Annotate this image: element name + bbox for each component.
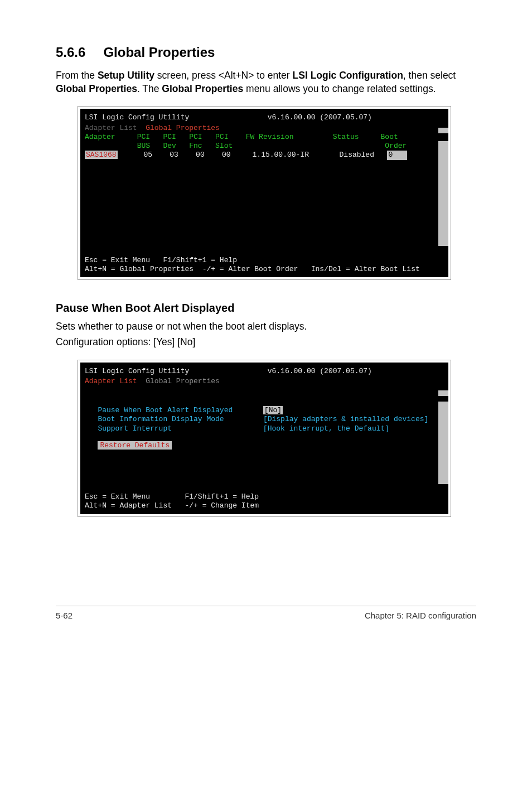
- section-heading: 5.6.6Global Properties: [56, 45, 476, 60]
- term1-footer-line1: Esc = Exit Menu F1/Shift+1 = Help: [85, 256, 444, 265]
- prop-pause: Pause When Boot Alert Displayed [No]: [85, 406, 444, 415]
- prop-boot-info: Boot Information Display Mode [Display a…: [85, 415, 444, 424]
- page-number: 5-62: [56, 611, 72, 620]
- boot-order-field: 0: [387, 151, 407, 160]
- term1-data-row: SAS1068 05 03 00 00 1.15.00.00-IR Disabl…: [85, 151, 444, 160]
- intro-paragraph: From the Setup Utility screen, press <Al…: [56, 69, 476, 95]
- term1-header-row2: BUS Dev Fnc Slot Order: [85, 142, 444, 151]
- global-properties-screenshot: LSI Logic Config Utility v6.16.00.00 (20…: [78, 360, 451, 516]
- adapter-list-screenshot: LSI Logic Config Utility v6.16.00.00 (20…: [78, 107, 451, 279]
- term2-breadcrumb: Adapter List Global Properties: [85, 377, 444, 386]
- pause-value-selected: [No]: [263, 406, 283, 414]
- section-title: Global Properties: [103, 45, 215, 60]
- term1-title: LSI Logic Config Utility v6.16.00.00 (20…: [85, 112, 444, 123]
- subsection-heading: Pause When Boot Alert Displayed: [56, 302, 476, 315]
- restore-defaults: Restore Defaults: [85, 441, 444, 450]
- term2-footer-line1: Esc = Exit Menu F1/Shift+1 = Help: [85, 492, 444, 501]
- term2-title: LSI Logic Config Utility v6.16.00.00 (20…: [85, 366, 444, 377]
- adapter-selected: SAS1068: [85, 151, 118, 159]
- section-number: 5.6.6: [56, 45, 85, 60]
- term1-header-row1: Adapter PCI PCI PCI PCI FW Revision Stat…: [85, 133, 444, 142]
- chapter-label: Chapter 5: RAID configuration: [365, 611, 476, 620]
- prop-support-int: Support Interrupt [Hook interrupt, the D…: [85, 424, 444, 433]
- term1-footer-line2: Alt+N = Global Properties -/+ = Alter Bo…: [85, 265, 444, 274]
- term2-footer-line2: Alt+N = Adapter List -/+ = Change Item: [85, 501, 444, 510]
- subsection-line1: Sets whether to pause or not when the bo…: [56, 320, 476, 334]
- page-footer: 5-62 Chapter 5: RAID configuration: [56, 606, 476, 642]
- term1-breadcrumb: Adapter List Global Properties: [85, 124, 444, 133]
- subsection-line2: Configuration options: [Yes] [No]: [56, 336, 476, 349]
